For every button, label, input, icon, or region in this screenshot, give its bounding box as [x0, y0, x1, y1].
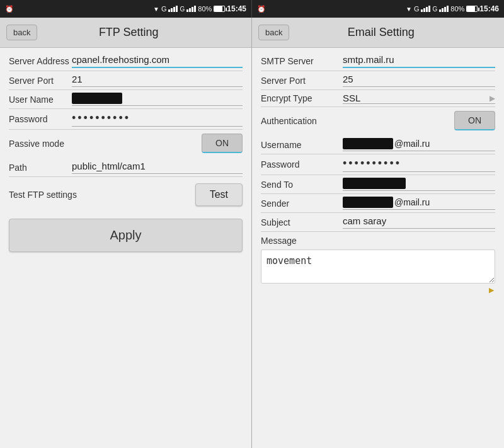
subject-input[interactable] [343, 215, 495, 226]
password-row: Password •••••••••• [9, 112, 243, 130]
send-to-row: Send To [261, 178, 495, 194]
email-back-button[interactable]: back [258, 25, 289, 40]
server-address-label: Server Address [9, 56, 72, 66]
email-header: back Email Setting [252, 18, 504, 48]
ftp-content: Server Address Server Port User Name [0, 48, 251, 448]
signal-bars-right [421, 6, 430, 12]
apply-button[interactable]: Apply [9, 219, 243, 252]
email-password-row: Password •••••••••• [261, 157, 495, 175]
email-server-port-row: Server Port [261, 74, 495, 90]
signal-bars-left [168, 6, 178, 12]
smtp-server-row: SMTP Server [261, 54, 495, 71]
scroll-indicator: ▶ [261, 286, 495, 294]
ftp-panel: back FTP Setting Server Address Server P… [0, 18, 252, 448]
username-label: User Name [9, 95, 72, 105]
clock-icon-right: ⏰ [257, 5, 266, 13]
username-masked [72, 93, 122, 104]
sender-label: Sender [261, 198, 343, 209]
signal-icon-right: G [414, 5, 420, 13]
status-bar-right: ⏰ ▼ G G 80% 15:46 [252, 0, 504, 18]
smtp-server-input[interactable] [343, 54, 495, 65]
server-address-input[interactable] [72, 54, 243, 65]
path-label: Path [9, 163, 72, 173]
signal-g-left: G [180, 6, 185, 13]
message-input[interactable] [261, 250, 495, 284]
sender-masked [343, 197, 393, 208]
subject-label: Subject [261, 217, 343, 227]
server-port-row: Server Port [9, 74, 243, 90]
email-server-port-label: Server Port [261, 76, 343, 86]
email-password-dots: •••••••••• [343, 157, 401, 169]
email-content: SMTP Server Server Port Encrypt Type SSL… [252, 48, 504, 448]
test-button[interactable]: Test [195, 183, 243, 206]
wifi-icon: ▼ [153, 6, 159, 13]
sender-suffix: @mail.ru [394, 197, 430, 207]
password-label: Password [9, 114, 72, 124]
smtp-server-label: SMTP Server [261, 56, 343, 66]
signal-icon-left: G [161, 5, 167, 13]
password-dots: •••••••••• [72, 112, 130, 124]
wifi-icon-right: ▼ [406, 6, 412, 13]
encrypt-arrow-icon: ▶ [490, 94, 495, 103]
path-input[interactable] [72, 161, 243, 171]
time-right: 15:46 [479, 4, 499, 13]
battery-icon-left [214, 6, 225, 12]
path-row: Path [9, 161, 243, 177]
battery-icon-right [466, 6, 478, 12]
encrypt-type-row: Encrypt Type SSL ▶ [261, 93, 495, 107]
authentication-toggle[interactable]: ON [454, 111, 495, 130]
passive-mode-toggle[interactable]: ON [202, 134, 243, 153]
send-to-masked [343, 178, 406, 189]
email-username-masked [343, 138, 393, 149]
email-username-row: Username @mail.ru [261, 138, 495, 154]
sender-row: Sender @mail.ru [261, 197, 495, 213]
authentication-label: Authentication [261, 116, 343, 126]
test-ftp-label: Test FTP settings [9, 190, 77, 200]
passive-mode-row: Passive mode ON [9, 134, 243, 156]
email-username-label: Username [261, 140, 343, 150]
signal-g-right: G [432, 6, 437, 13]
message-section: Message ▶ [261, 236, 495, 294]
username-row: User Name [9, 93, 243, 109]
authentication-row: Authentication ON [261, 111, 495, 133]
signal-bars2-left [186, 6, 196, 12]
passive-mode-label: Passive mode [9, 139, 72, 149]
server-port-input[interactable] [72, 74, 243, 84]
test-ftp-row: Test FTP settings Test [9, 183, 243, 209]
clock-icon: ⏰ [5, 5, 14, 13]
encrypt-type-label: Encrypt Type [261, 93, 343, 103]
ftp-header: back FTP Setting [0, 18, 251, 48]
ftp-title: FTP Setting [37, 26, 220, 39]
subject-row: Subject [261, 215, 495, 232]
battery-percent-left: 80% [198, 5, 212, 13]
time-left: 15:45 [227, 4, 246, 13]
server-address-row: Server Address [9, 54, 243, 71]
status-bar-left: ⏰ ▼ G G 80% 15:45 [0, 0, 252, 18]
email-username-suffix: @mail.ru [394, 139, 430, 149]
server-port-label: Server Port [9, 76, 72, 86]
email-panel: back Email Setting SMTP Server Server Po… [252, 18, 504, 448]
battery-percent-right: 80% [450, 5, 464, 13]
encrypt-type-value: SSL [343, 93, 360, 103]
signal-bars2-right [439, 6, 449, 12]
email-title: Email Setting [289, 26, 472, 39]
message-label: Message [261, 236, 495, 246]
send-to-label: Send To [261, 180, 343, 190]
email-password-label: Password [261, 159, 343, 169]
email-server-port-input[interactable] [343, 74, 495, 84]
ftp-back-button[interactable]: back [6, 25, 37, 40]
